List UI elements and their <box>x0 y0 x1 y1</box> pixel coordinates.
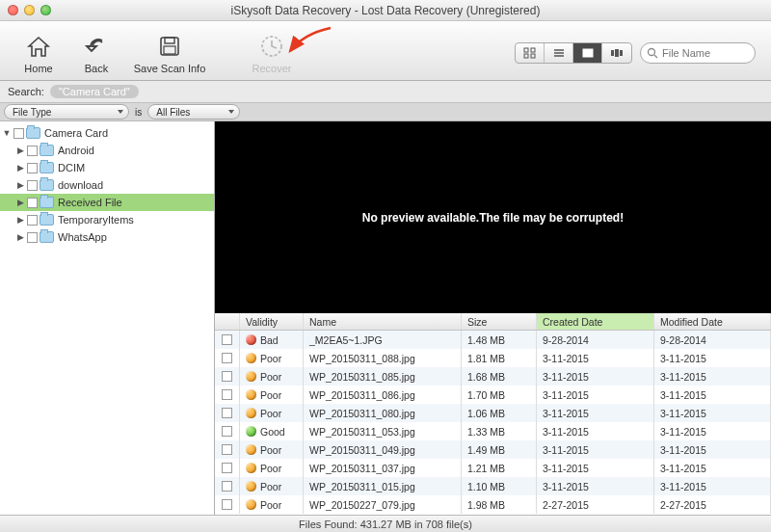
disclosure-triangle-icon[interactable]: ▶ <box>15 146 25 155</box>
svg-rect-13 <box>611 50 614 56</box>
table-row[interactable]: PoorWP_20150311_015.jpg1.10 MB3-11-20153… <box>215 477 771 495</box>
checkbox[interactable] <box>222 334 232 345</box>
checkbox[interactable] <box>222 389 232 400</box>
window-title: iSkysoft Data Recovery - Lost Data Recov… <box>0 4 771 17</box>
table-row[interactable]: PoorWP_20150311_080.jpg1.06 MB3-11-20153… <box>215 404 771 422</box>
tree-node[interactable]: ▶Received File <box>0 194 214 211</box>
search-tag[interactable]: "Camera Card" <box>50 85 139 98</box>
file-name: _M2EA5~1.JPG <box>304 331 462 349</box>
tree-node[interactable]: ▶TemporaryItems <box>0 211 214 228</box>
table-row[interactable]: PoorWP_20150227_079.jpg1.98 MB2-27-20152… <box>215 495 771 514</box>
back-button[interactable]: Back <box>67 26 125 80</box>
file-size: 1.81 MB <box>462 349 537 367</box>
home-button[interactable]: Home <box>10 26 67 80</box>
validity-label: Good <box>260 426 285 438</box>
file-created: 2-27-2015 <box>537 495 654 514</box>
view-grid-button[interactable] <box>516 43 545 63</box>
checkbox[interactable] <box>222 481 232 492</box>
zoom-window-button[interactable] <box>40 5 51 15</box>
search-label: Search: <box>8 86 44 97</box>
disclosure-triangle-icon[interactable]: ▶ <box>15 180 25 190</box>
view-coverflow-button[interactable] <box>602 43 631 63</box>
tree-root[interactable]: ▼ Camera Card <box>0 124 214 142</box>
disclosure-triangle-icon[interactable]: ▶ <box>15 163 25 173</box>
back-label: Back <box>85 63 108 74</box>
checkbox[interactable] <box>27 180 38 191</box>
disclosure-triangle-icon[interactable]: ▼ <box>2 128 12 138</box>
back-icon <box>82 32 111 61</box>
table-row[interactable]: Bad_M2EA5~1.JPG1.48 MB9-28-20149-28-2014 <box>215 331 771 349</box>
validity-dot-icon <box>246 426 256 437</box>
checkbox[interactable] <box>222 408 232 418</box>
file-size: 1.06 MB <box>462 404 537 422</box>
file-created: 3-11-2015 <box>537 422 654 440</box>
file-name: WP_20150311_080.jpg <box>304 404 462 422</box>
tree-node[interactable]: ▶download <box>0 176 214 194</box>
table-row[interactable]: PoorWP_20150311_085.jpg1.68 MB3-11-20153… <box>215 367 771 386</box>
search-field[interactable] <box>640 42 756 64</box>
search-input[interactable] <box>662 47 749 59</box>
search-row: Search: "Camera Card" <box>0 81 771 102</box>
checkbox[interactable] <box>222 499 232 510</box>
file-size: 1.68 MB <box>462 367 537 386</box>
file-created: 3-11-2015 <box>537 440 654 459</box>
minimize-window-button[interactable] <box>24 5 35 15</box>
checkbox[interactable] <box>13 128 24 139</box>
checkbox[interactable] <box>27 232 38 243</box>
col-size[interactable]: Size <box>462 313 537 330</box>
filter-value-select[interactable]: All Files <box>147 104 240 120</box>
table-row[interactable]: PoorWP_20150311_037.jpg1.21 MB3-11-20153… <box>215 459 771 477</box>
file-modified: 3-11-2015 <box>654 404 771 422</box>
col-created[interactable]: Created Date <box>537 313 654 330</box>
col-name[interactable]: Name <box>304 313 462 330</box>
tree-node[interactable]: ▶Android <box>0 142 214 159</box>
folder-icon <box>40 162 54 173</box>
disclosure-triangle-icon[interactable]: ▶ <box>15 215 25 225</box>
col-validity[interactable]: Validity <box>240 313 304 330</box>
checkbox[interactable] <box>222 463 232 473</box>
checkbox[interactable] <box>27 198 38 208</box>
checkbox[interactable] <box>222 353 232 363</box>
checkbox[interactable] <box>27 163 38 173</box>
view-list-button[interactable] <box>545 43 573 63</box>
file-size: 1.70 MB <box>462 386 537 404</box>
file-modified: 3-11-2015 <box>654 422 771 440</box>
svg-rect-15 <box>620 50 623 56</box>
file-created: 3-11-2015 <box>537 404 654 422</box>
checkbox[interactable] <box>27 215 38 226</box>
tree-node[interactable]: ▶DCIM <box>0 159 214 176</box>
file-list: Validity Name Size Created Date Modified… <box>215 313 771 515</box>
validity-label: Poor <box>260 408 281 419</box>
file-size: 1.33 MB <box>462 422 537 440</box>
checkbox[interactable] <box>222 426 232 437</box>
validity-dot-icon <box>246 444 256 455</box>
table-row[interactable]: PoorWP_20150311_086.jpg1.70 MB3-11-20153… <box>215 386 771 404</box>
col-modified[interactable]: Modified Date <box>654 313 771 330</box>
preview-message: No preview available.The file may be cor… <box>362 211 624 225</box>
table-row[interactable]: PoorWP_20150311_088.jpg1.81 MB3-11-20153… <box>215 349 771 367</box>
folder-tree[interactable]: ▼ Camera Card ▶Android▶DCIM▶download▶Rec… <box>0 121 215 515</box>
view-mode-segmented <box>515 42 632 64</box>
file-modified: 9-28-2014 <box>654 331 771 349</box>
file-rows[interactable]: Bad_M2EA5~1.JPG1.48 MB9-28-20149-28-2014… <box>215 331 771 515</box>
filter-field-select[interactable]: File Type <box>4 104 129 120</box>
validity-label: Poor <box>260 389 281 401</box>
disclosure-triangle-icon[interactable]: ▶ <box>15 232 25 242</box>
table-row[interactable]: GoodWP_20150311_053.jpg1.33 MB3-11-20153… <box>215 422 771 440</box>
validity-dot-icon <box>246 353 256 363</box>
checkbox[interactable] <box>222 371 232 382</box>
save-scan-info-button[interactable]: Save Scan Info <box>125 26 214 80</box>
recover-button[interactable]: Recover <box>243 26 301 80</box>
tree-node-label: Received File <box>58 197 122 208</box>
table-row[interactable]: PoorWP_20150311_049.jpg1.49 MB3-11-20153… <box>215 440 771 459</box>
validity-dot-icon <box>246 499 256 510</box>
disclosure-triangle-icon[interactable]: ▶ <box>15 198 25 207</box>
checkbox[interactable] <box>27 146 38 156</box>
file-modified: 2-27-2015 <box>654 495 771 514</box>
file-size: 1.21 MB <box>462 459 537 477</box>
close-window-button[interactable] <box>8 5 18 15</box>
view-columns-button[interactable] <box>573 43 602 63</box>
checkbox[interactable] <box>222 444 232 455</box>
file-created: 9-28-2014 <box>537 331 654 349</box>
tree-node[interactable]: ▶WhatsApp <box>0 228 214 246</box>
